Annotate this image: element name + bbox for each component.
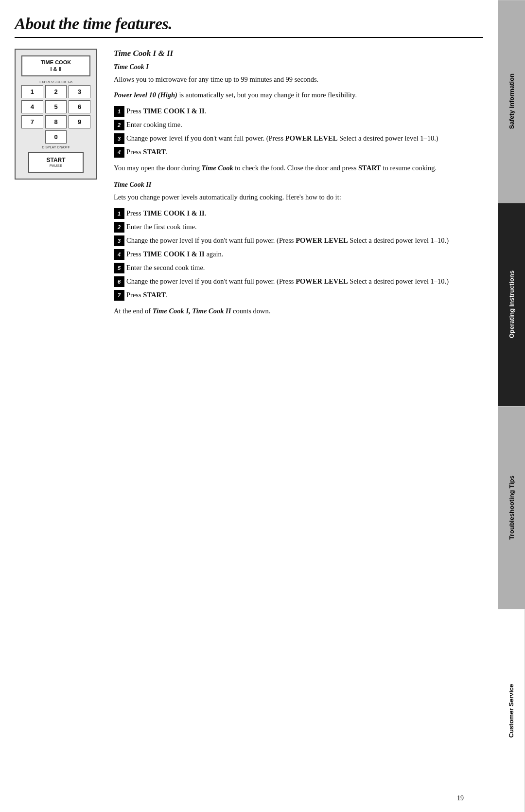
keypad-label-line1: TIME COOK bbox=[41, 59, 71, 65]
step2-4-num: 4 bbox=[114, 249, 124, 260]
key-9[interactable]: 9 bbox=[69, 115, 90, 128]
step2-6-item: 6 Change the power level if you don't wa… bbox=[114, 276, 483, 287]
sidebar-tab-operating-label: Operating Instructions bbox=[508, 271, 515, 338]
step2-6-bold: POWER LEVEL bbox=[296, 277, 348, 285]
step2-1-text: Press TIME COOK I & II. bbox=[126, 208, 483, 218]
steps1-list: 1 Press TIME COOK I & II. 2 Enter cookin… bbox=[114, 106, 483, 158]
keypad-box: TIME COOK I & II EXPRESS COOK 1-6 1 2 3 … bbox=[15, 49, 97, 180]
step2-7-text: Press START. bbox=[126, 289, 483, 300]
keypad-label-line2: I & II bbox=[50, 66, 61, 72]
step2-4-bold: TIME COOK I & II bbox=[143, 250, 205, 258]
para1: Allows you to microwave for any time up … bbox=[114, 74, 483, 85]
para2-bold: Power level 10 (High) bbox=[114, 91, 177, 99]
text-column: Time Cook I & II Time Cook I Allows you … bbox=[114, 49, 483, 321]
step2-2-num: 2 bbox=[114, 222, 124, 233]
step2-item: 2 Enter cooking time. bbox=[114, 119, 483, 130]
step2-3-item: 3 Change the power level if you don't wa… bbox=[114, 235, 483, 246]
key-5[interactable]: 5 bbox=[45, 100, 67, 113]
sidebar-tab-safety[interactable]: Safety Information bbox=[498, 0, 525, 203]
step2-1-bold: TIME COOK I & II bbox=[143, 209, 205, 217]
step1-num: 1 bbox=[114, 106, 124, 117]
step2-3-num: 3 bbox=[114, 235, 124, 246]
main-content: About the time features. TIME COOK I & I… bbox=[0, 0, 498, 812]
key-3[interactable]: 3 bbox=[69, 85, 90, 98]
sidebar-tabs: Safety Information Operating Instruction… bbox=[498, 0, 525, 812]
display-off-label: DISPLAY ON/OFF bbox=[21, 145, 90, 149]
sidebar-tab-customer[interactable]: Customer Service bbox=[498, 609, 525, 812]
page-number: 19 bbox=[457, 794, 464, 802]
step3-bold: POWER LEVEL bbox=[285, 134, 338, 142]
step2-6-text: Change the power level if you don't want… bbox=[126, 276, 483, 287]
step4-text: Press START. bbox=[126, 146, 483, 157]
step2-1-item: 1 Press TIME COOK I & II. bbox=[114, 208, 483, 219]
step1-bold: TIME COOK I & II bbox=[143, 107, 205, 115]
step3-num: 3 bbox=[114, 133, 124, 144]
sidebar-tab-safety-label: Safety Information bbox=[508, 74, 515, 129]
key-2[interactable]: 2 bbox=[45, 85, 67, 98]
para4: Lets you change power levels automatical… bbox=[114, 192, 483, 202]
step2-3-text: Change the power level if you don't want… bbox=[126, 235, 483, 246]
step2-6-num: 6 bbox=[114, 276, 124, 287]
keypad-main-label: TIME COOK I & II bbox=[21, 55, 90, 76]
para3-bold1: Time Cook bbox=[202, 164, 233, 172]
sub2-title: Time Cook II bbox=[114, 181, 483, 189]
sidebar-tab-operating[interactable]: Operating Instructions bbox=[498, 203, 525, 406]
step2-7-item: 7 Press START. bbox=[114, 289, 483, 301]
step2-5-num: 5 bbox=[114, 263, 124, 273]
section1-title: Time Cook I & II bbox=[114, 49, 483, 58]
start-button[interactable]: START PAUSE bbox=[28, 152, 84, 173]
step2-3-bold: POWER LEVEL bbox=[296, 236, 348, 244]
para2-suffix: is automatically set, but you may change… bbox=[177, 91, 357, 99]
step2-7-num: 7 bbox=[114, 290, 124, 301]
para3-bold2: START bbox=[358, 164, 381, 172]
start-sub-label: PAUSE bbox=[29, 163, 83, 168]
step2-2-item: 2 Enter the first cook time. bbox=[114, 221, 483, 233]
section-divider: Time Cook II bbox=[114, 181, 483, 189]
step2-5-item: 5 Enter the second cook time. bbox=[114, 262, 483, 273]
keypad-column: TIME COOK I & II EXPRESS COOK 1-6 1 2 3 … bbox=[15, 49, 102, 321]
step4-item: 4 Press START. bbox=[114, 146, 483, 158]
step2-4-item: 4 Press TIME COOK I & II again. bbox=[114, 249, 483, 260]
step2-4-text: Press TIME COOK I & II again. bbox=[126, 249, 483, 259]
sidebar-tab-troubleshooting[interactable]: Troubleshooting Tips bbox=[498, 406, 525, 609]
key-1[interactable]: 1 bbox=[21, 85, 43, 98]
step1-item: 1 Press TIME COOK I & II. bbox=[114, 106, 483, 117]
key-7[interactable]: 7 bbox=[21, 115, 43, 128]
step2-2-text: Enter the first cook time. bbox=[126, 221, 483, 232]
sub1-title: Time Cook I bbox=[114, 63, 483, 71]
step2-5-text: Enter the second cook time. bbox=[126, 262, 483, 273]
express-label: EXPRESS COOK 1-6 bbox=[21, 80, 90, 84]
step2-7-bold: START bbox=[143, 291, 166, 299]
sidebar-tab-customer-label: Customer Service bbox=[508, 684, 515, 738]
key-4[interactable]: 4 bbox=[21, 100, 43, 113]
para3: You may open the door during Time Cook t… bbox=[114, 162, 483, 173]
step2-text: Enter cooking time. bbox=[126, 119, 483, 130]
step3-item: 3 Change power level if you don't want f… bbox=[114, 133, 483, 144]
step2-num: 2 bbox=[114, 120, 124, 130]
title-rule bbox=[15, 37, 483, 38]
steps2-list: 1 Press TIME COOK I & II. 2 Enter the fi… bbox=[114, 208, 483, 301]
key-0[interactable]: 0 bbox=[45, 130, 67, 144]
key-6[interactable]: 6 bbox=[69, 100, 90, 113]
step1-text: Press TIME COOK I & II. bbox=[126, 106, 483, 116]
two-col-layout: TIME COOK I & II EXPRESS COOK 1-6 1 2 3 … bbox=[15, 49, 483, 321]
para5-bold: Time Cook I, Time Cook II bbox=[153, 307, 231, 315]
keypad-grid: 1 2 3 4 5 6 7 8 9 0 bbox=[21, 85, 90, 144]
step4-bold: START bbox=[143, 148, 166, 156]
step3-text: Change power level if you don't want ful… bbox=[126, 133, 483, 144]
sidebar-tab-troubleshooting-label: Troubleshooting Tips bbox=[508, 475, 515, 540]
step2-1-num: 1 bbox=[114, 208, 124, 219]
page-title: About the time features. bbox=[15, 15, 483, 33]
para5: At the end of Time Cook I, Time Cook II … bbox=[114, 306, 483, 316]
para2: Power level 10 (High) is automatically s… bbox=[114, 90, 483, 100]
start-label: START bbox=[29, 157, 83, 163]
key-8[interactable]: 8 bbox=[45, 115, 67, 128]
step4-num: 4 bbox=[114, 147, 124, 158]
